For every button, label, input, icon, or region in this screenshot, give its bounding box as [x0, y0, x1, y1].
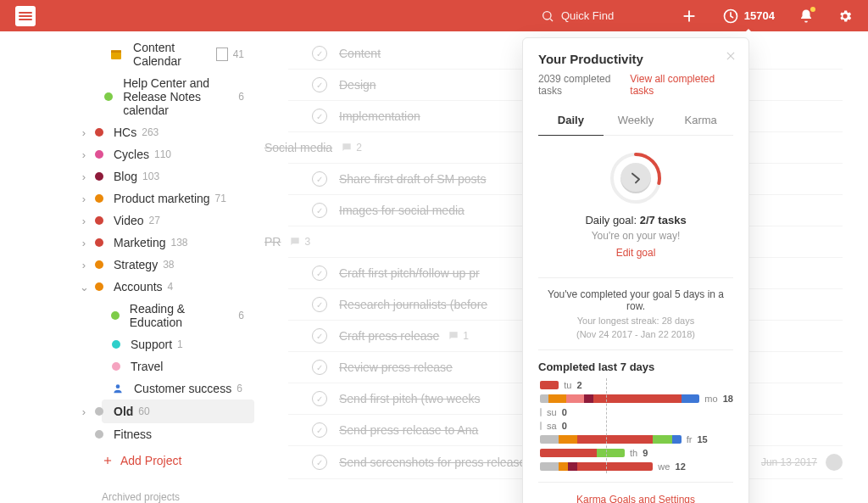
task-name: Craft press release: [339, 329, 439, 343]
streak-panel: You've completed your goal 5 days in a r…: [538, 277, 733, 350]
project-color-dot: [104, 92, 113, 101]
project-color-dot: [95, 150, 103, 159]
task-checkbox[interactable]: ✓: [312, 455, 327, 470]
task-checkbox[interactable]: ✓: [312, 203, 327, 218]
week-chart-label: th 9: [630, 448, 648, 458]
project-color-dot: [95, 194, 103, 203]
task-checkbox[interactable]: ✓: [312, 46, 327, 61]
sidebar-project[interactable]: ›Blog103: [102, 165, 254, 187]
sidebar-project[interactable]: ›Product marketing71: [102, 187, 254, 210]
task-checkbox[interactable]: ✓: [312, 265, 327, 281]
week-chart-row: tu 2: [540, 380, 733, 390]
project-count: 103: [142, 170, 159, 182]
add-task-button[interactable]: [680, 7, 698, 25]
week-chart-row: sa 0: [540, 421, 733, 431]
quick-find-placeholder: Quick Find: [561, 9, 614, 22]
sidebar-project[interactable]: Travel: [102, 355, 254, 377]
calendar-badge-icon: [216, 48, 228, 61]
view-all-completed-link[interactable]: View all completed tasks: [630, 73, 733, 97]
sidebar-project[interactable]: ⌄Accounts4: [102, 276, 254, 298]
project-color-dot: [112, 340, 120, 349]
sidebar-project[interactable]: ›HCs263: [102, 121, 254, 143]
project-color-dot: [95, 260, 103, 269]
sidebar-project[interactable]: ›Cycles110: [102, 143, 254, 165]
comment-count[interactable]: 2: [341, 142, 362, 154]
close-button[interactable]: [725, 50, 737, 62]
project-color-dot: [95, 407, 103, 416]
week-chart-label: sa 0: [547, 421, 567, 431]
comment-count[interactable]: 1: [448, 330, 469, 342]
sidebar-project[interactable]: Customer success6: [102, 377, 254, 400]
sidebar-project[interactable]: ›Strategy38: [102, 254, 254, 276]
sidebar-project[interactable]: Reading & Education6: [102, 298, 254, 333]
week-chart-bar: [540, 408, 542, 416]
task-checkbox[interactable]: ✓: [312, 297, 327, 312]
week-chart-bar: [540, 394, 699, 403]
project-name: Customer success: [134, 382, 231, 395]
productivity-icon: [722, 8, 739, 25]
project-name: HCs: [114, 126, 136, 139]
person-icon: [112, 383, 124, 394]
task-name: Design: [339, 78, 376, 92]
tab-weekly[interactable]: Weekly: [604, 109, 669, 135]
search-icon: [541, 9, 554, 23]
productivity-tabs: Daily Weekly Karma: [538, 109, 733, 136]
checkmark-icon: [629, 171, 643, 185]
sidebar-project[interactable]: Support1: [102, 333, 254, 355]
daily-goal-gauge: [609, 151, 663, 205]
project-color-dot: [95, 216, 103, 225]
task-name: Craft first pitch/follow up pr: [339, 266, 480, 280]
sidebar-project[interactable]: Fitness: [102, 423, 254, 445]
task-checkbox[interactable]: ✓: [312, 328, 327, 344]
tab-karma[interactable]: Karma: [668, 109, 733, 135]
project-name: Accounts: [114, 280, 163, 293]
quick-find[interactable]: Quick Find: [541, 9, 614, 23]
sidebar-project[interactable]: ›Old60: [102, 400, 254, 423]
assignee-avatar: [826, 454, 843, 471]
week-chart-row: fr 15: [540, 434, 733, 444]
project-color-dot: [111, 311, 120, 320]
task-checkbox[interactable]: ✓: [312, 422, 327, 438]
task-checkbox[interactable]: ✓: [312, 360, 327, 375]
chevron-right-icon: ›: [76, 126, 92, 139]
edit-goal-link[interactable]: Edit goal: [616, 247, 656, 259]
app-logo[interactable]: [15, 6, 36, 26]
calendar-icon: [109, 48, 123, 61]
project-color-dot: [95, 430, 103, 439]
archived-projects-link[interactable]: Archived projects: [102, 491, 254, 503]
add-project-label: Add Project: [120, 454, 181, 467]
productivity-popover: Your Productivity 2039 completed tasks V…: [522, 37, 749, 503]
project-count: 110: [154, 148, 171, 160]
notifications-button[interactable]: [798, 8, 814, 24]
task-name: Send screenshots for press release: [339, 455, 526, 469]
comment-count[interactable]: 3: [289, 236, 310, 248]
sidebar-project[interactable]: ›Marketing138: [102, 232, 254, 254]
project-count: 4: [168, 281, 174, 293]
karma-settings-link[interactable]: Karma Goals and Settings: [576, 494, 695, 503]
popover-title: Your Productivity: [538, 52, 733, 66]
task-checkbox[interactable]: ✓: [312, 391, 327, 406]
project-name: Product marketing: [114, 192, 210, 205]
tab-daily[interactable]: Daily: [538, 109, 604, 136]
project-name: Blog: [114, 170, 137, 183]
task-checkbox[interactable]: ✓: [312, 77, 327, 92]
daily-goal-text: Daily goal: 2/7 tasks: [585, 214, 686, 226]
sidebar-project[interactable]: ›Video27: [102, 210, 254, 232]
week-chart-label: tu 2: [564, 380, 581, 390]
task-name: Send press release to Ana: [339, 423, 478, 437]
sidebar-project[interactable]: Help Center and Release Notes calendar6: [102, 72, 254, 121]
week-chart-label: mo 18: [704, 394, 733, 404]
task-name: Send first pitch (two weeks: [339, 392, 481, 405]
task-checkbox[interactable]: ✓: [312, 109, 327, 124]
add-project-button[interactable]: Add Project: [102, 445, 254, 467]
task-checkbox[interactable]: ✓: [312, 171, 327, 187]
week-chart-row: su 0: [540, 407, 733, 417]
week-chart-bar: [540, 422, 542, 430]
settings-button[interactable]: [837, 8, 853, 24]
sidebar-project[interactable]: Content Calendar41: [102, 36, 254, 72]
karma-button[interactable]: 15704: [722, 8, 775, 25]
week-chart-row: th 9: [540, 448, 733, 458]
chevron-down-icon: ⌄: [76, 281, 92, 293]
gear-icon: [837, 8, 853, 24]
svg-line-1: [550, 19, 553, 21]
